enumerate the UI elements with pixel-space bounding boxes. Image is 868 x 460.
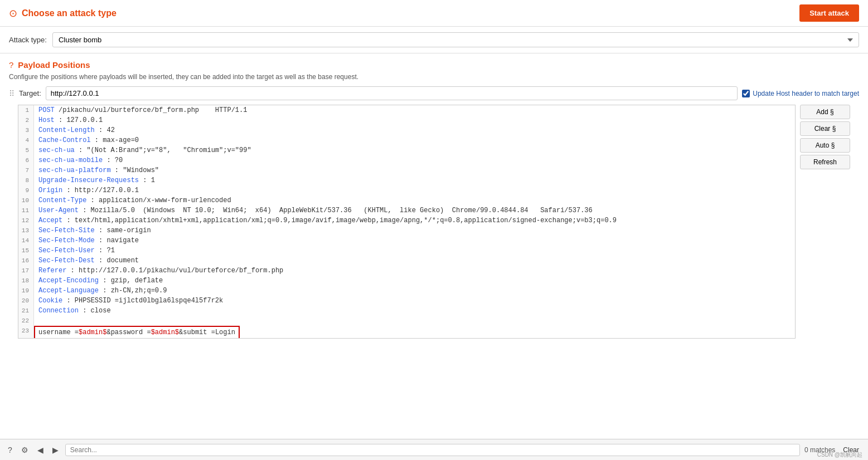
- line-number: 17: [18, 266, 34, 276]
- line-number: 21: [18, 306, 34, 316]
- line-number: 5: [18, 145, 34, 155]
- table-row: 11User-Agent : Mozilla/5.0 (Windows NT 1…: [18, 205, 795, 216]
- line-content: sec-ch-ua : "(Not A:Brand";v="8", "Chrom…: [34, 145, 251, 155]
- target-label: Target:: [19, 89, 41, 97]
- line-content: Host : 127.0.0.1: [34, 115, 103, 125]
- line-number: 22: [18, 316, 34, 326]
- line-number: 12: [18, 216, 34, 226]
- line-content: [34, 316, 38, 326]
- line-number: 9: [18, 185, 34, 195]
- refresh-button[interactable]: Refresh: [800, 155, 850, 169]
- line-number: 19: [18, 286, 34, 296]
- section-icon: ?: [9, 60, 13, 70]
- line-content: Origin : http://127.0.0.1: [34, 185, 139, 195]
- table-row: 20Cookie : PHPSESSID =ijlctd0lbgla6lspqe…: [18, 296, 795, 306]
- update-host-container: Update Host header to match target: [742, 90, 859, 97]
- line-content: Upgrade-Insecure-Requests : 1: [34, 175, 155, 185]
- table-row: 4Cache-Control : max-age=0: [18, 135, 795, 145]
- line-number: 7: [18, 165, 34, 175]
- line-content: User-Agent : Mozilla/5.0 (Windows NT 10.…: [34, 205, 593, 216]
- target-row: ⠿ Target: Update Host header to match ta…: [9, 86, 859, 100]
- line-number: 14: [18, 236, 34, 246]
- line-content: Cache-Control : max-age=0: [34, 135, 139, 145]
- help-icon-button[interactable]: ?: [6, 444, 14, 456]
- table-row: 1POST /pikachu/vul/burteforce/bf_form.ph…: [18, 105, 795, 115]
- watermark: CSDN @凯帆向起: [817, 451, 862, 459]
- table-row: 14Sec-Fetch-Mode : navigate: [18, 236, 795, 246]
- line-content: sec-ch-ua-mobile : ?0: [34, 155, 123, 165]
- line-content: Content-Type : application/x-www-form-ur…: [34, 195, 231, 205]
- update-host-label: Update Host header to match target: [753, 90, 859, 97]
- line-content: Sec-Fetch-Site : same-origin: [34, 226, 151, 236]
- attack-type-row: Attack type: Sniper Battering ram Pitchf…: [0, 27, 868, 53]
- line-content: Sec-Fetch-Mode : navigate: [34, 236, 139, 246]
- table-row: 21Connection : close: [18, 306, 795, 316]
- line-number: 8: [18, 175, 34, 185]
- table-row: 15Sec-Fetch-User : ?1: [18, 246, 795, 256]
- start-attack-button[interactable]: Start attack: [799, 4, 859, 22]
- line-number: 1: [18, 105, 34, 115]
- section-header: ? Payload Positions: [9, 60, 859, 70]
- table-row: 19Accept-Language : zh-CN,zh;q=0.9: [18, 286, 795, 296]
- line-number: 23: [18, 326, 34, 339]
- back-icon-button[interactable]: ◀: [35, 444, 46, 456]
- line-content: Accept-Encoding : gzip, deflate: [34, 276, 163, 286]
- line-number: 6: [18, 155, 34, 165]
- page-title: Choose an attack type: [22, 8, 117, 18]
- search-input[interactable]: [65, 444, 800, 456]
- table-row: 5sec-ch-ua : "(Not A:Brand";v="8", "Chro…: [18, 145, 795, 155]
- line-number: 15: [18, 246, 34, 256]
- header-left: ⊙ Choose an attack type: [9, 7, 117, 19]
- line-number: 16: [18, 256, 34, 266]
- line-number: 20: [18, 296, 34, 306]
- line-number: 4: [18, 135, 34, 145]
- table-row: 16Sec-Fetch-Dest : document: [18, 256, 795, 266]
- line-content: Connection : close: [34, 306, 111, 316]
- table-row: 6sec-ch-ua-mobile : ?0: [18, 155, 795, 165]
- line-content: username =$admin$&password =$admin$&subm…: [34, 326, 240, 339]
- target-grip-icon: ⠿: [9, 89, 14, 98]
- add-section-button[interactable]: Add §: [800, 105, 850, 119]
- bottom-bar: ? ⚙ ◀ ▶ 0 matches Clear: [0, 439, 868, 460]
- line-content: Cookie : PHPSESSID =ijlctd0lbgla6lspqe4l…: [34, 296, 223, 306]
- line-number: 13: [18, 226, 34, 236]
- section-title: Payload Positions: [18, 60, 90, 70]
- sidebar-buttons: Add § Clear § Auto § Refresh: [796, 105, 850, 339]
- table-row: 12Accept : text/html,application/xhtml+x…: [18, 216, 795, 226]
- section-description: Configure the positions where payloads w…: [9, 73, 859, 81]
- table-row: 10Content-Type : application/x-www-form-…: [18, 195, 795, 205]
- line-content: Accept : text/html,application/xhtml+xml…: [34, 216, 617, 226]
- table-row: 3Content-Length : 42: [18, 125, 795, 135]
- table-row: 9Origin : http://127.0.0.1: [18, 185, 795, 195]
- line-number: 3: [18, 125, 34, 135]
- attack-type-select[interactable]: Sniper Battering ram Pitchfork Cluster b…: [52, 32, 859, 47]
- table-row: 7sec-ch-ua-platform : "Windows": [18, 165, 795, 175]
- line-number: 10: [18, 195, 34, 205]
- code-editor: 1POST /pikachu/vul/burteforce/bf_form.ph…: [18, 105, 796, 339]
- auto-section-button[interactable]: Auto §: [800, 138, 850, 153]
- line-number: 2: [18, 115, 34, 125]
- line-number: 11: [18, 205, 34, 216]
- payload-positions-section: ? Payload Positions Configure the positi…: [0, 53, 868, 339]
- line-content: Accept-Language : zh-CN,zh;q=0.9: [34, 286, 167, 296]
- line-content: POST /pikachu/vul/burteforce/bf_form.php…: [34, 105, 247, 115]
- target-input[interactable]: [46, 86, 738, 100]
- header: ⊙ Choose an attack type Start attack: [0, 0, 868, 27]
- line-number: 18: [18, 276, 34, 286]
- table-row: 18Accept-Encoding : gzip, deflate: [18, 276, 795, 286]
- line-content: Sec-Fetch-User : ?1: [34, 246, 115, 256]
- table-row: 17Referer : http://127.0.0.1/pikachu/vul…: [18, 266, 795, 276]
- table-row: 13Sec-Fetch-Site : same-origin: [18, 226, 795, 236]
- table-row: 8Upgrade-Insecure-Requests : 1: [18, 175, 795, 185]
- table-row: 2Host : 127.0.0.1: [18, 115, 795, 125]
- forward-icon-button[interactable]: ▶: [50, 444, 61, 456]
- table-row: 23username =$admin$&password =$admin$&su…: [18, 326, 795, 339]
- clear-section-button[interactable]: Clear §: [800, 121, 850, 136]
- line-content: Content-Length : 42: [34, 125, 115, 135]
- settings-icon-button[interactable]: ⚙: [19, 444, 31, 456]
- attack-type-label: Attack type:: [9, 36, 47, 44]
- attack-type-icon: ⊙: [9, 7, 17, 19]
- update-host-checkbox[interactable]: [742, 90, 750, 97]
- table-row: 22: [18, 316, 795, 326]
- line-content: Referer : http://127.0.0.1/pikachu/vul/b…: [34, 266, 283, 276]
